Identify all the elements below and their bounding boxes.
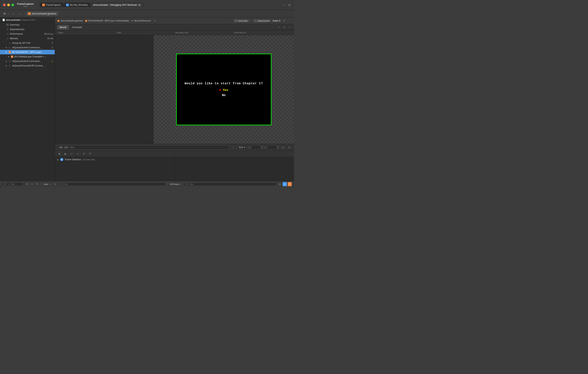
bottom-right-toolbar bbox=[175, 151, 294, 157]
auto-dropdown[interactable]: Auto ⌄ bbox=[42, 182, 52, 186]
svg-text:F: F bbox=[11, 56, 12, 58]
panel-nav-back[interactable]: ‹ bbox=[222, 19, 226, 23]
svg-point-14 bbox=[132, 21, 133, 21]
traffic-lights bbox=[3, 4, 14, 6]
tab-settings-icon[interactable]: ⚙ bbox=[282, 25, 286, 29]
minimize-button[interactable] bbox=[7, 4, 10, 6]
footer-center-filter-input[interactable] bbox=[63, 183, 164, 185]
nav-back-button[interactable]: ‹ bbox=[11, 11, 16, 16]
automatic-dropdown[interactable]: Automatic bbox=[234, 19, 249, 22]
sidebar-item-cametallayer[interactable]: ▶ F 89 CAMetalLayer Drawable =... bbox=[0, 54, 55, 59]
nav-forward-button[interactable]: › bbox=[18, 11, 23, 16]
sidebar-item-memory[interactable]: ▭ Memory 90 MB bbox=[0, 36, 55, 41]
tab-label-workload: wine-preloader - Debugging GPU Workload bbox=[93, 4, 137, 6]
all-output-dropdown[interactable]: All Output ⌄ bbox=[168, 182, 183, 186]
y-coord-input: Y: ▲ ▼ bbox=[264, 145, 279, 150]
panel-close-button[interactable]: ✕ bbox=[153, 19, 157, 22]
panel-breadcrumb: wine-preloader.gputrace › 88 0x62e0b2d0 … bbox=[57, 20, 151, 22]
panel-header-right: ‹ › Automatic › Attachment bbox=[222, 19, 292, 23]
tab-framecapture[interactable]: FrameCapture bbox=[40, 3, 63, 7]
sidebar-item-performance[interactable]: ⏱ Performance 650.63 µs bbox=[0, 32, 55, 36]
sidebar-item-vkqueue2[interactable]: ▶ ⬡ vkQueueSubmit Command... ⚠ bbox=[0, 59, 55, 64]
summary-chevron bbox=[3, 24, 5, 26]
bt-btn-stepback[interactable]: ↩ bbox=[69, 151, 74, 156]
performance-label: Performance bbox=[10, 32, 43, 35]
file-tab[interactable]: wine-preloader.gputrace bbox=[26, 11, 58, 16]
footer-center-section: Auto ⌄ 👁 ⌘ bbox=[42, 182, 165, 186]
th-param: Parameter N... bbox=[233, 31, 292, 34]
sidebar: 📄 wine-preloader Captured GPU... bbox=[0, 17, 55, 181]
auto-label: Auto bbox=[44, 183, 48, 185]
add-tab-button[interactable]: + bbox=[283, 3, 286, 6]
sidebar-item-mtllayer[interactable]: ▶ F 88 0x62e0b2d0 = [MTLLayer... bbox=[0, 50, 55, 54]
game-preview: Would you like to start from Chapter 1? … bbox=[176, 53, 272, 125]
tab-mymac[interactable]: My Mac (Rosetta) bbox=[64, 3, 90, 7]
sidebar-item-vkqueue1[interactable]: ▶ ⬡ vkQueueSubmit Command... ⚠ bbox=[0, 45, 55, 50]
mtllayer-chevron: ▶ bbox=[5, 51, 8, 53]
zoom-selector[interactable]: 91% ▾ bbox=[237, 145, 247, 150]
frame-stats-calls: 16 draw calls bbox=[83, 158, 95, 161]
filter-upload-button[interactable]: ↑ bbox=[231, 145, 236, 150]
maximize-button[interactable] bbox=[11, 4, 14, 6]
bt-btn-timer[interactable]: ⏱ bbox=[87, 151, 92, 156]
x-coord-input: X: ▲ ▼ bbox=[249, 145, 263, 150]
x-stepper[interactable]: ▲ ▼ bbox=[262, 146, 263, 149]
sidebar-item-group-by-api[interactable]: ▭ Group by API Call ⇅ bbox=[0, 41, 55, 45]
dependencies-label: Dependencies bbox=[10, 28, 53, 31]
panel-nav-forward[interactable]: › bbox=[228, 19, 232, 23]
bt-btn-stop[interactable]: ■ bbox=[57, 151, 62, 156]
filter-tag2: ⌥ bbox=[64, 146, 68, 149]
target-icon-button[interactable]: ◎ bbox=[280, 145, 285, 150]
footer-right-filter-input[interactable] bbox=[189, 183, 275, 185]
frame-stats-icon: ● bbox=[60, 158, 63, 161]
breadcrumb-icon: 📄 bbox=[2, 19, 5, 21]
footer-icon-list[interactable]: ⊞ bbox=[25, 182, 29, 186]
filter-input[interactable] bbox=[69, 146, 228, 149]
layout-toggle-button[interactable]: ⊞ bbox=[288, 3, 291, 6]
footer-eye-icon[interactable]: 👁 bbox=[53, 182, 57, 186]
x-step-down[interactable]: ▼ bbox=[262, 147, 263, 149]
sidebar-item-summary[interactable]: Summary bbox=[0, 22, 55, 27]
toggle-blue-button[interactable]: ≡ bbox=[283, 182, 287, 186]
y-field[interactable] bbox=[267, 145, 277, 150]
x-step-up[interactable]: ▲ bbox=[262, 146, 263, 147]
frame-stats-row[interactable]: ▶ ● Frame Statistics 16 draw calls bbox=[55, 157, 174, 162]
x-field[interactable] bbox=[251, 145, 261, 150]
sidebar-toggle-button[interactable] bbox=[2, 11, 8, 16]
summary-icon bbox=[6, 23, 9, 26]
bt-btn-refresh[interactable]: ↺ bbox=[82, 151, 86, 156]
toolbar-divider-1 bbox=[9, 12, 9, 16]
tab-accessed[interactable]: Accessed bbox=[70, 25, 84, 30]
bottom-right bbox=[175, 151, 294, 181]
panel-chevron-button[interactable]: › bbox=[288, 19, 292, 23]
tab-workload[interactable]: wine-preloader - Debugging GPU Workload … bbox=[91, 3, 143, 7]
attachments-dropdown[interactable]: Attachments bbox=[253, 19, 271, 22]
trash-button[interactable]: 🗑 bbox=[278, 182, 282, 186]
sidebar-item-dependencies[interactable]: Dependencies bbox=[0, 27, 55, 32]
panel-settings-button[interactable]: ⚙ bbox=[282, 19, 286, 23]
footer-icon-settings[interactable]: ⚙ bbox=[35, 182, 39, 186]
tab-badge-workload: 2 bbox=[138, 4, 141, 6]
toggle-orange-button[interactable]: ☰ bbox=[288, 182, 292, 186]
vkqueue1-warning: ⚠ bbox=[51, 46, 53, 49]
y-step-up[interactable]: ▲ bbox=[277, 146, 279, 147]
th-size: Allocated Size bbox=[174, 31, 233, 34]
memory-chevron bbox=[3, 37, 5, 40]
attachments-label: Attachments bbox=[258, 20, 270, 22]
toolbar-divider-2 bbox=[24, 12, 25, 16]
tab-bound[interactable]: Bound bbox=[57, 25, 69, 30]
camera-icon-button[interactable]: ⊡ bbox=[287, 145, 292, 150]
close-button[interactable] bbox=[3, 4, 6, 6]
bt-btn-stepforward[interactable]: ↪ bbox=[75, 151, 80, 156]
breadcrumb-sub: Captured GPU... bbox=[21, 19, 37, 21]
footer-left-filter-input[interactable] bbox=[10, 183, 22, 185]
y-stepper[interactable]: ▲ ▼ bbox=[277, 146, 279, 149]
y-step-down[interactable]: ▼ bbox=[277, 147, 279, 149]
bt-btn-play[interactable]: ▶ bbox=[63, 151, 68, 156]
game-no-option: No bbox=[185, 94, 263, 97]
panel-header: wine-preloader.gputrace › 88 0x62e0b2d0 … bbox=[55, 17, 294, 24]
sidebar-item-vkqueue3[interactable]: ▶ ⬡ vkQueuePresentKHR Comma... bbox=[0, 64, 55, 68]
footer-right-icons: 🗑 ≡ ☰ bbox=[278, 182, 292, 186]
left-pane bbox=[55, 35, 153, 144]
performance-chevron bbox=[3, 33, 5, 35]
